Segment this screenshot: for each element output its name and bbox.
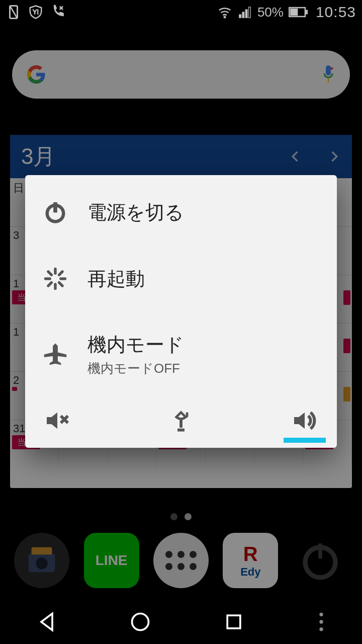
overflow-button[interactable] bbox=[316, 611, 326, 633]
yahoo-shield-icon: Y! bbox=[28, 5, 43, 20]
navigation-bar bbox=[0, 600, 362, 644]
svg-rect-14 bbox=[245, 10, 247, 18]
signal-icon bbox=[237, 5, 252, 20]
svg-rect-20 bbox=[54, 203, 57, 213]
svg-point-33 bbox=[319, 627, 323, 631]
svg-text:Y!: Y! bbox=[33, 9, 39, 16]
calendar-month-label: 3月 bbox=[21, 142, 55, 172]
airplane-mode-item[interactable]: 機内モード 機内モードOFF bbox=[25, 312, 337, 397]
page-indicator bbox=[0, 513, 362, 520]
svg-rect-15 bbox=[248, 7, 250, 18]
restart-spinner-icon bbox=[42, 266, 68, 292]
svg-rect-0 bbox=[326, 65, 331, 75]
vibrate-button[interactable] bbox=[163, 407, 199, 435]
svg-point-4 bbox=[36, 557, 48, 569]
portrait-lock-icon bbox=[6, 5, 21, 20]
power-off-item[interactable]: 電源を切る bbox=[25, 179, 337, 246]
battery-percent: 50% bbox=[257, 5, 284, 20]
svg-point-32 bbox=[319, 620, 323, 623]
power-off-label: 電源を切る bbox=[87, 200, 184, 225]
mic-icon[interactable] bbox=[321, 64, 336, 85]
dock-apps-button[interactable] bbox=[153, 533, 209, 588]
google-g-icon bbox=[26, 64, 46, 85]
google-search-bar[interactable] bbox=[12, 50, 350, 99]
svg-rect-5 bbox=[32, 547, 52, 555]
power-icon bbox=[42, 199, 68, 225]
missed-call-icon bbox=[50, 5, 65, 20]
airplane-label: 機内モード bbox=[87, 332, 184, 358]
svg-point-31 bbox=[319, 613, 323, 616]
mute-button[interactable] bbox=[39, 407, 75, 435]
svg-point-11 bbox=[224, 16, 226, 18]
sound-mode-row bbox=[25, 397, 337, 448]
dock-power-button[interactable] bbox=[293, 533, 348, 588]
back-button[interactable] bbox=[36, 611, 58, 633]
svg-rect-18 bbox=[291, 9, 298, 16]
svg-line-25 bbox=[48, 272, 52, 275]
page-dot-active bbox=[185, 513, 192, 520]
status-bar: Y! 50% 10:53 bbox=[0, 0, 362, 24]
svg-rect-17 bbox=[306, 10, 308, 14]
calendar-prev-icon[interactable] bbox=[289, 145, 303, 168]
svg-rect-1 bbox=[328, 78, 329, 83]
wifi-icon bbox=[217, 5, 232, 20]
power-menu-dialog: 電源を切る 再起動 機内モード 機内モードOFF bbox=[25, 175, 337, 448]
airplane-sub-label: 機内モードOFF bbox=[87, 360, 184, 377]
page-dot bbox=[170, 513, 177, 520]
svg-line-26 bbox=[59, 283, 63, 286]
home-button[interactable] bbox=[129, 611, 151, 633]
dock-line-app[interactable]: LINE bbox=[84, 533, 139, 588]
svg-rect-30 bbox=[227, 615, 240, 628]
clock: 10:53 bbox=[316, 4, 356, 21]
airplane-icon bbox=[42, 342, 68, 368]
dock-rakuten-edy-app[interactable]: R Edy bbox=[223, 533, 278, 588]
edy-label: Edy bbox=[240, 566, 260, 579]
restart-item[interactable]: 再起動 bbox=[25, 246, 337, 312]
svg-point-2 bbox=[331, 67, 333, 70]
svg-rect-7 bbox=[318, 543, 322, 558]
svg-rect-3 bbox=[29, 553, 55, 572]
restart-label: 再起動 bbox=[87, 266, 145, 292]
edy-r-label: R bbox=[243, 543, 258, 566]
apps-grid-icon bbox=[165, 551, 197, 570]
dock-camera-app[interactable] bbox=[14, 533, 69, 588]
svg-line-28 bbox=[48, 283, 52, 286]
svg-point-29 bbox=[132, 614, 149, 630]
svg-rect-13 bbox=[242, 12, 244, 18]
line-label: LINE bbox=[96, 552, 128, 569]
svg-rect-12 bbox=[239, 15, 241, 18]
sound-on-button[interactable] bbox=[287, 407, 323, 435]
recents-button[interactable] bbox=[223, 611, 245, 633]
calendar-header: 3月 bbox=[10, 135, 352, 178]
battery-icon bbox=[289, 7, 308, 18]
calendar-next-icon[interactable] bbox=[327, 145, 341, 168]
dock: LINE R Edy bbox=[0, 525, 362, 596]
svg-point-6 bbox=[305, 547, 335, 578]
svg-line-27 bbox=[59, 272, 63, 275]
